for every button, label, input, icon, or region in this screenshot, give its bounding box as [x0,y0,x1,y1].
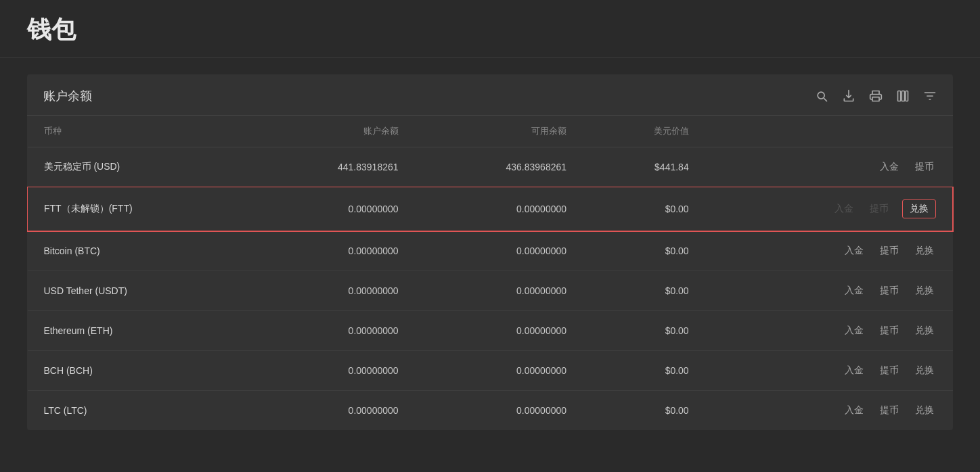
row-actions: 入金提币 [705,147,953,187]
exchange-button[interactable]: 兑换 [912,283,937,298]
columns-icon[interactable] [896,89,910,103]
currency-name: Ethereum (ETH) [28,311,247,351]
download-icon[interactable] [842,89,855,103]
currency-name: FTT（未解锁）(FTT) [28,187,247,231]
balance-value: 0.00000000 [246,271,414,311]
row-actions: 入金提币兑换 [705,311,953,351]
deposit-button[interactable]: 入金 [842,403,866,418]
table-row: Bitcoin (BTC)0.000000000.00000000$0.00入金… [28,231,953,271]
col-usd-value: 美元价值 [583,116,705,147]
withdraw-button[interactable]: 提币 [912,160,937,174]
action-buttons: 入金提币兑换 [721,323,937,338]
table-row: 美元稳定币 (USD)441.83918261436.83968261$441.… [28,147,953,187]
card-header: 账户余额 [27,74,953,116]
withdraw-button[interactable]: 提币 [877,363,901,378]
balance-value: 0.00000000 [246,231,414,271]
deposit-button[interactable]: 入金 [842,243,866,258]
currency-name: Bitcoin (BTC) [28,231,247,271]
col-balance: 账户余额 [246,116,414,147]
withdraw-button[interactable]: 提币 [877,283,901,298]
card-title: 账户余额 [43,88,92,104]
withdraw-button: 提币 [867,202,891,216]
table-row: Ethereum (ETH)0.000000000.00000000$0.00入… [28,311,953,351]
currency-name: BCH (BCH) [28,351,247,391]
usd-value: $0.00 [583,311,705,351]
col-currency: 币种 [28,116,247,147]
balance-value: 0.00000000 [246,351,414,391]
deposit-button[interactable]: 入金 [877,160,901,174]
table-row: BCH (BCH)0.000000000.00000000$0.00入金提币兑换 [28,351,953,391]
row-actions: 入金提币兑换 [705,271,953,311]
deposit-button[interactable]: 入金 [842,363,866,378]
table-header-row: 币种 账户余额 可用余额 美元价值 [28,116,953,147]
balance-value: 0.00000000 [246,187,414,231]
withdraw-button[interactable]: 提币 [877,243,901,258]
page-header: 钱包 [0,0,980,58]
available-value: 0.00000000 [415,231,583,271]
balance-value: 441.83918261 [246,147,414,187]
table-row: FTT（未解锁）(FTT)0.000000000.00000000$0.00入金… [28,187,953,231]
usd-value: $0.00 [583,391,705,431]
withdraw-button[interactable]: 提币 [877,323,901,338]
svg-rect-0 [898,91,901,101]
filter-icon[interactable] [923,89,937,103]
available-value: 0.00000000 [415,391,583,431]
exchange-button[interactable]: 兑换 [902,199,936,218]
available-value: 0.00000000 [415,271,583,311]
action-buttons: 入金提币兑换 [721,363,937,378]
usd-value: $0.00 [583,231,705,271]
col-actions [705,116,953,147]
table-row: USD Tether (USDT)0.000000000.00000000$0.… [28,271,953,311]
row-actions: 入金提币兑换 [705,391,953,431]
deposit-button: 入金 [832,202,856,216]
deposit-button[interactable]: 入金 [842,323,866,338]
svg-rect-2 [906,91,908,101]
deposit-button[interactable]: 入金 [842,283,866,298]
row-actions: 入金提币兑换 [705,351,953,391]
available-value: 0.00000000 [415,187,583,231]
available-value: 0.00000000 [415,311,583,351]
available-value: 0.00000000 [415,351,583,391]
action-buttons: 入金提币兑换 [721,403,937,418]
wallet-card: 账户余额 [27,74,953,430]
table-row: LTC (LTC)0.000000000.00000000$0.00入金提币兑换 [28,391,953,431]
action-buttons: 入金提币 [721,160,937,174]
exchange-button[interactable]: 兑换 [912,243,937,258]
print-icon[interactable] [869,89,883,103]
currency-name: USD Tether (USDT) [28,271,247,311]
page-title: 钱包 [27,14,953,47]
balance-value: 0.00000000 [246,391,414,431]
action-buttons: 入金提币兑换 [721,283,937,298]
svg-rect-1 [901,91,904,101]
action-buttons: 入金提币兑换 [721,243,937,258]
col-available: 可用余额 [415,116,583,147]
exchange-button[interactable]: 兑换 [912,363,937,378]
usd-value: $441.84 [583,147,705,187]
currency-name: LTC (LTC) [28,391,247,431]
usd-value: $0.00 [583,187,705,231]
row-actions: 入金提币兑换 [705,231,953,271]
row-actions: 入金提币兑换 [705,187,953,231]
withdraw-button[interactable]: 提币 [877,403,901,418]
action-buttons: 入金提币兑换 [721,199,936,218]
available-value: 436.83968261 [415,147,583,187]
currency-name: 美元稳定币 (USD) [28,147,247,187]
exchange-button[interactable]: 兑换 [912,323,937,338]
balance-value: 0.00000000 [246,311,414,351]
balance-table: 币种 账户余额 可用余额 美元价值 美元稳定币 (USD)441.8391826… [27,116,953,430]
usd-value: $0.00 [583,351,705,391]
usd-value: $0.00 [583,271,705,311]
header-actions [815,89,937,103]
exchange-button[interactable]: 兑换 [912,403,937,418]
search-icon[interactable] [815,89,828,103]
